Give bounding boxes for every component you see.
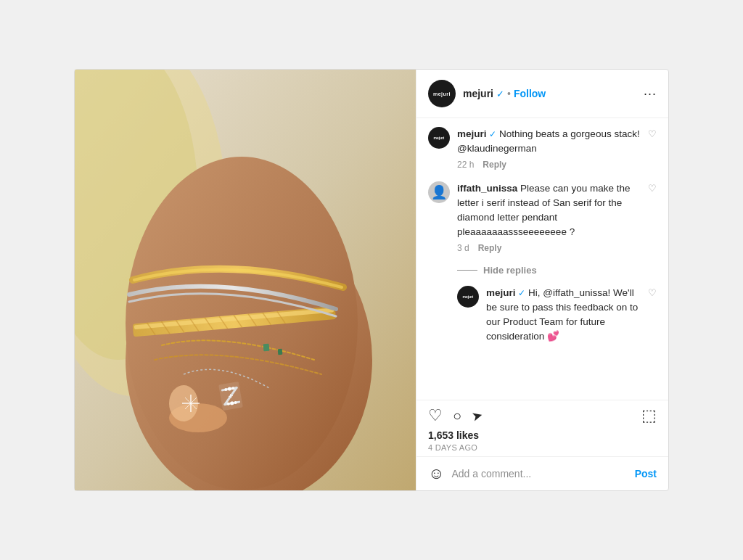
post-username: mejuri xyxy=(463,88,493,99)
card-body: mejuri mejuri ✓ • Follow ··· me xyxy=(75,70,668,490)
like-reply-icon[interactable]: ♡ xyxy=(648,287,657,298)
comment-item: mejuri mejuri ✓ Nothing beats a gorgeous… xyxy=(428,127,657,170)
comment-icon[interactable]: ○ xyxy=(453,408,461,424)
comment-text: iffath_unissa Please can you make the le… xyxy=(457,183,631,238)
days-ago: 4 DAYS AGO xyxy=(428,443,657,452)
wrist-illustration xyxy=(75,70,416,490)
instagram-post-card: mejuri mejuri ✓ • Follow ··· me xyxy=(74,69,669,491)
comment-item: 👤 iffath_unissa Please can you make the … xyxy=(428,181,657,253)
verified-badge: ✓ xyxy=(496,88,504,99)
reply-comment-content: mejuri ✓ Hi, @iffath_unissa! We'll be su… xyxy=(486,286,641,345)
post-image xyxy=(75,70,416,490)
commenter-avatar: mejuri xyxy=(428,127,450,149)
comment-username: mejuri xyxy=(457,128,487,139)
right-panel: mejuri mejuri ✓ • Follow ··· me xyxy=(416,70,668,490)
bookmark-icon[interactable]: ⬚ xyxy=(641,406,657,425)
comment-meta: 22 h Reply xyxy=(457,160,641,170)
follow-button[interactable]: Follow xyxy=(514,88,546,99)
comment-input-row: ☺ Post xyxy=(416,456,668,490)
reply-button[interactable]: Reply xyxy=(483,160,506,170)
comment-username: iffath_unissa xyxy=(457,183,517,194)
like-icon[interactable]: ♡ xyxy=(428,406,443,425)
comment-meta: 3 d Reply xyxy=(457,243,641,253)
hide-replies-label: Hide replies xyxy=(483,265,537,276)
share-icon[interactable]: ➤ xyxy=(470,406,485,424)
action-icons-row: ♡ ○ ➤ ⬚ xyxy=(428,406,657,425)
reply-comment-username: mejuri xyxy=(486,287,516,298)
dot-separator: • xyxy=(507,88,511,99)
comment-content: iffath_unissa Please can you make the le… xyxy=(457,181,641,253)
post-header: mejuri mejuri ✓ • Follow ··· xyxy=(416,70,668,118)
avatar: mejuri xyxy=(428,80,456,107)
hide-line-decoration xyxy=(457,270,477,271)
emoji-button[interactable]: ☺ xyxy=(428,464,444,483)
hide-replies-row[interactable]: Hide replies xyxy=(457,265,657,276)
comment-input[interactable] xyxy=(451,468,627,479)
header-info: mejuri ✓ • Follow xyxy=(463,88,638,99)
reply-comment-item: mejuri mejuri ✓ Hi, @iffath_unissa! We'l… xyxy=(457,286,657,345)
actions-bar: ♡ ○ ➤ ⬚ 1,653 likes 4 DAYS AGO xyxy=(416,400,668,456)
username-row: mejuri ✓ • Follow xyxy=(463,88,638,99)
reply-indent: mejuri mejuri ✓ Hi, @iffath_unissa! We'l… xyxy=(457,286,657,345)
likes-count: 1,653 likes xyxy=(428,429,657,441)
comment-time: 22 h xyxy=(457,160,474,170)
like-comment-icon[interactable]: ♡ xyxy=(648,183,657,194)
like-comment-icon[interactable]: ♡ xyxy=(648,128,657,139)
post-comment-button[interactable]: Post xyxy=(635,468,657,479)
comment-text: mejuri ✓ Nothing beats a gorgeous stack!… xyxy=(457,128,640,154)
comments-section: mejuri mejuri ✓ Nothing beats a gorgeous… xyxy=(416,118,668,400)
commenter-avatar-gray: 👤 xyxy=(428,181,450,203)
svg-rect-20 xyxy=(278,349,283,355)
verified-inline: ✓ xyxy=(518,288,525,298)
reply-avatar: mejuri xyxy=(457,286,479,308)
verified-inline: ✓ xyxy=(489,129,496,139)
comment-content: mejuri ✓ Nothing beats a gorgeous stack!… xyxy=(457,127,641,170)
svg-rect-19 xyxy=(263,344,270,352)
reply-comment-text: mejuri ✓ Hi, @iffath_unissa! We'll be su… xyxy=(486,287,638,342)
more-options-icon[interactable]: ··· xyxy=(644,86,657,102)
comment-time: 3 d xyxy=(457,243,469,253)
reply-button[interactable]: Reply xyxy=(478,243,502,253)
